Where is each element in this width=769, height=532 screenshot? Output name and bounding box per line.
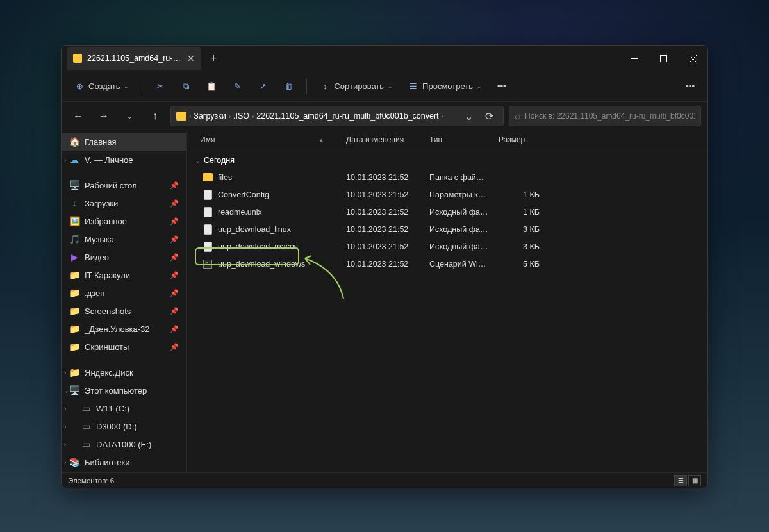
- sidebar-item[interactable]: ↓Загрузки📌: [62, 194, 186, 212]
- sidebar-item[interactable]: 🖼️Избранное📌: [62, 212, 186, 230]
- sidebar-item[interactable]: 🎵Музыка📌: [62, 230, 186, 248]
- chevron-right-icon[interactable]: ›: [64, 156, 66, 163]
- tab[interactable]: 22621.1105_amd64_ru-ru_mu ✕: [67, 47, 201, 70]
- file-row[interactable]: uup_download_macos10.01.2023 21:52Исходн…: [187, 238, 707, 255]
- details-view-button[interactable]: ☰: [674, 475, 687, 486]
- up-button[interactable]: ↑: [145, 106, 165, 126]
- view-toggle: ☰ ▦: [674, 475, 701, 486]
- ellipsis-icon: •••: [497, 81, 506, 91]
- new-tab-button[interactable]: +: [201, 52, 226, 65]
- column-size[interactable]: Размер: [493, 135, 545, 144]
- more-button[interactable]: •••: [491, 78, 513, 95]
- overflow-button[interactable]: •••: [679, 78, 701, 95]
- file-row[interactable]: readme.unix10.01.2023 21:52Исходный файл…: [187, 203, 707, 220]
- delete-button[interactable]: 🗑: [277, 78, 300, 96]
- close-button[interactable]: [678, 46, 707, 71]
- group-header[interactable]: ⌄ Сегодня: [187, 152, 707, 169]
- minimize-button[interactable]: [619, 46, 649, 71]
- item-icon: 📁: [69, 324, 79, 334]
- sidebar-home[interactable]: 🏠 Главная: [62, 133, 186, 151]
- sort-icon: ↕: [320, 81, 330, 92]
- toolbar: ⊕ Создать ⌄ ✂ ⧉ 📋 ✎ ↗ 🗑 ↕ Сортировать ⌄ …: [62, 71, 707, 102]
- sidebar-libraries[interactable]: › 📚 Библиотеки: [62, 453, 186, 471]
- pin-icon[interactable]: 📌: [170, 181, 179, 190]
- file-type: Исходный файл SH: [424, 225, 493, 234]
- item-icon: ↓: [69, 198, 79, 208]
- file-row[interactable]: uup_download_linux10.01.2023 21:52Исходн…: [187, 220, 707, 238]
- chevron-down-icon[interactable]: ⌄: [64, 387, 69, 394]
- file-size: 5 КБ: [493, 260, 545, 269]
- addressbar: ← → ⌄ ↑ › Загрузки › .ISO › 22621.1105_a…: [62, 102, 707, 130]
- svg-rect-1: [660, 55, 666, 62]
- file-row[interactable]: ConvertConfig10.01.2023 21:52Параметры к…: [187, 186, 707, 203]
- sidebar-item-label: Загрузки: [85, 199, 118, 208]
- sidebar-item[interactable]: ▶Видео📌: [62, 248, 186, 266]
- chevron-right-icon: ›: [189, 113, 191, 120]
- pin-icon[interactable]: 📌: [170, 235, 179, 244]
- file-name: readme.unix: [218, 208, 262, 217]
- sidebar-item-label: Скриншоты: [85, 342, 129, 352]
- plus-circle-icon: ⊕: [74, 81, 85, 92]
- sidebar-yandex[interactable]: › 📁 Яндекс.Диск: [62, 363, 186, 381]
- cut-button[interactable]: ✂: [149, 78, 172, 96]
- create-button[interactable]: ⊕ Создать ⌄: [68, 78, 135, 96]
- sidebar-thispc[interactable]: ⌄ 🖥️ Этот компьютер: [62, 381, 186, 399]
- sidebar-drive[interactable]: ›▭DATA1000 (E:): [62, 435, 186, 453]
- search-input[interactable]: [525, 112, 695, 121]
- column-date[interactable]: Дата изменения: [341, 135, 424, 144]
- file-date: 10.01.2023 21:52: [341, 260, 424, 269]
- sidebar-personal[interactable]: › ☁ V. — Личное: [62, 151, 186, 169]
- breadcrumb[interactable]: 22621.1105_amd64_ru-ru_multi_bf0c001b_co…: [256, 112, 438, 121]
- rename-button[interactable]: ✎: [226, 78, 249, 96]
- file-row[interactable]: files10.01.2023 21:52Папка с файлами: [187, 169, 707, 186]
- back-button[interactable]: ←: [68, 106, 88, 126]
- paste-button[interactable]: 📋: [200, 78, 223, 96]
- pin-icon[interactable]: 📌: [170, 307, 179, 315]
- pin-icon[interactable]: 📌: [170, 253, 179, 262]
- sidebar-item[interactable]: 🖥️Рабочий стол📌: [62, 176, 186, 194]
- sidebar-drive[interactable]: ›▭W11 (C:): [62, 399, 186, 417]
- icons-view-button[interactable]: ▦: [688, 475, 701, 486]
- file-name: files: [218, 173, 232, 182]
- drive-icon: ▭: [81, 421, 91, 431]
- pin-icon[interactable]: 📌: [170, 343, 179, 351]
- window-controls: [619, 46, 707, 71]
- maximize-button[interactable]: [649, 46, 678, 71]
- breadcrumb[interactable]: .ISO: [233, 112, 249, 121]
- column-type[interactable]: Тип: [424, 135, 493, 144]
- sidebar-item[interactable]: 📁Скриншоты📌: [62, 338, 186, 356]
- sidebar-item[interactable]: 📁IT Каракули📌: [62, 266, 186, 284]
- column-name[interactable]: Имя ▴: [195, 135, 341, 144]
- drive-icon: ▭: [81, 403, 91, 413]
- chevron-right-icon[interactable]: ›: [64, 369, 66, 376]
- chevron-right-icon[interactable]: ›: [64, 459, 66, 466]
- pin-icon[interactable]: 📌: [170, 325, 179, 333]
- pin-icon[interactable]: 📌: [170, 271, 179, 279]
- sort-button[interactable]: ↕ Сортировать ⌄: [313, 78, 399, 96]
- sidebar-drive[interactable]: ›▭D3000 (D:): [62, 417, 186, 435]
- share-button[interactable]: ↗: [251, 78, 274, 96]
- file-row[interactable]: uup_download_windows10.01.2023 21:52Сцен…: [187, 255, 707, 272]
- history-dropdown-button[interactable]: ⌄: [459, 110, 477, 122]
- copy-button[interactable]: ⧉: [174, 78, 197, 96]
- pin-icon[interactable]: 📌: [170, 199, 179, 208]
- pin-icon[interactable]: 📌: [170, 217, 179, 226]
- sidebar-item[interactable]: 📁Screenshots📌: [62, 302, 186, 320]
- search-box[interactable]: ⌕: [509, 106, 701, 126]
- sidebar-item[interactable]: 📁.дзен📌: [62, 284, 186, 302]
- chevron-right-icon[interactable]: ›: [64, 423, 66, 430]
- breadcrumb-bar[interactable]: › Загрузки › .ISO › 22621.1105_amd64_ru-…: [170, 106, 504, 126]
- sidebar-item[interactable]: 📁_Дзен.Уловка-32📌: [62, 320, 186, 338]
- chevron-right-icon[interactable]: ›: [64, 441, 66, 448]
- chevron-right-icon[interactable]: ›: [64, 405, 66, 412]
- recent-button[interactable]: ⌄: [119, 106, 140, 126]
- close-tab-icon[interactable]: ✕: [187, 53, 195, 63]
- item-icon: 🎵: [69, 234, 79, 244]
- refresh-button[interactable]: ⟳: [480, 110, 498, 122]
- chevron-right-icon: ›: [252, 113, 254, 120]
- item-icon: 🖥️: [69, 180, 79, 190]
- forward-button[interactable]: →: [94, 106, 114, 126]
- pin-icon[interactable]: 📌: [170, 289, 179, 297]
- breadcrumb[interactable]: Загрузки: [194, 112, 226, 121]
- view-button[interactable]: ☰ Просмотреть ⌄: [402, 78, 488, 96]
